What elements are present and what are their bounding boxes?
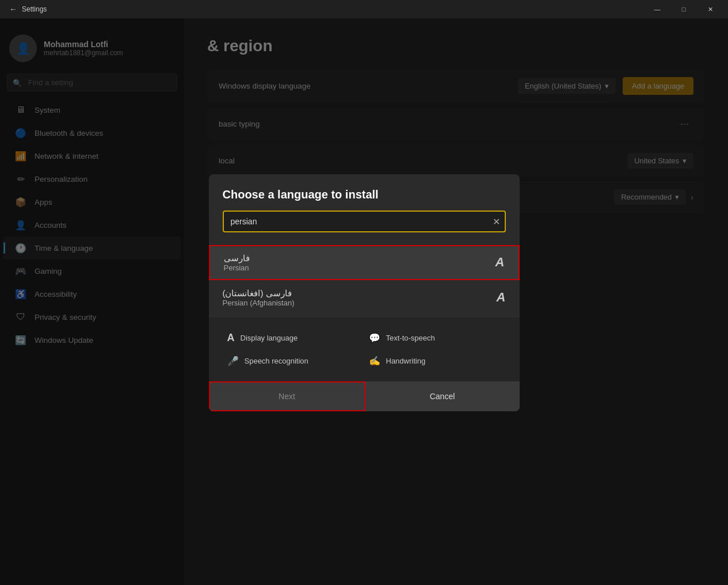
dialog-footer: Next Cancel bbox=[209, 381, 520, 411]
maximize-button[interactable]: □ bbox=[670, 0, 697, 18]
feature-text-to-speech: 💬 Text-to-speech bbox=[364, 326, 506, 350]
lang-name-wrap: فارسی (افغانستان) Persian (Afghanistan) bbox=[223, 288, 295, 307]
lang-native: فارسی (افغانستان) bbox=[223, 288, 295, 299]
lang-english: Persian bbox=[224, 263, 250, 272]
titlebar: ← Settings — □ ✕ bbox=[0, 0, 728, 18]
lang-type-icon: A bbox=[497, 290, 506, 305]
back-button[interactable]: ← bbox=[9, 5, 17, 14]
language-list: فارسی Persian A فارسی (افغانستان) Persia… bbox=[209, 242, 520, 316]
display-language-icon: A bbox=[227, 332, 235, 344]
text-to-speech-icon: 💬 bbox=[369, 332, 380, 343]
lang-english: Persian (Afghanistan) bbox=[223, 299, 295, 307]
close-button[interactable]: ✕ bbox=[697, 0, 723, 18]
cancel-button[interactable]: Cancel bbox=[365, 381, 520, 411]
language-item-0[interactable]: فارسی Persian A bbox=[209, 245, 520, 280]
titlebar-left: ← Settings bbox=[9, 5, 47, 14]
feature-row: A Display language 💬 Text-to-speech 🎤 Sp… bbox=[209, 316, 520, 381]
titlebar-controls: — □ ✕ bbox=[644, 0, 723, 18]
speech-recognition-label: Speech recognition bbox=[245, 357, 308, 365]
app-title: Settings bbox=[22, 5, 47, 13]
text-to-speech-label: Text-to-speech bbox=[386, 334, 435, 342]
next-button[interactable]: Next bbox=[209, 381, 365, 411]
search-field-wrap: ✕ bbox=[223, 211, 506, 232]
display-language-label: Display language bbox=[241, 334, 298, 342]
language-item-1[interactable]: فارسی (افغانستان) Persian (Afghanistan) … bbox=[209, 281, 520, 314]
feature-display-language: A Display language bbox=[223, 326, 364, 350]
feature-speech-recognition: 🎤 Speech recognition bbox=[223, 350, 364, 372]
handwriting-icon: ✍ bbox=[369, 355, 380, 366]
feature-handwriting: ✍ Handwriting bbox=[364, 350, 506, 372]
dialog-title: Choose a language to install bbox=[223, 188, 506, 201]
dialog-search-input[interactable] bbox=[223, 211, 506, 232]
dialog-search-clear-button[interactable]: ✕ bbox=[493, 216, 500, 227]
minimize-button[interactable]: — bbox=[644, 0, 670, 18]
speech-recognition-icon: 🎤 bbox=[227, 355, 239, 366]
language-install-dialog: Choose a language to install ✕ فارسی Per… bbox=[209, 174, 520, 411]
lang-type-icon: A bbox=[496, 255, 505, 270]
dialog-header: Choose a language to install ✕ bbox=[209, 174, 520, 242]
lang-native: فارسی bbox=[224, 253, 250, 263]
handwriting-label: Handwriting bbox=[386, 357, 426, 365]
lang-name-wrap: فارسی Persian bbox=[224, 253, 250, 272]
